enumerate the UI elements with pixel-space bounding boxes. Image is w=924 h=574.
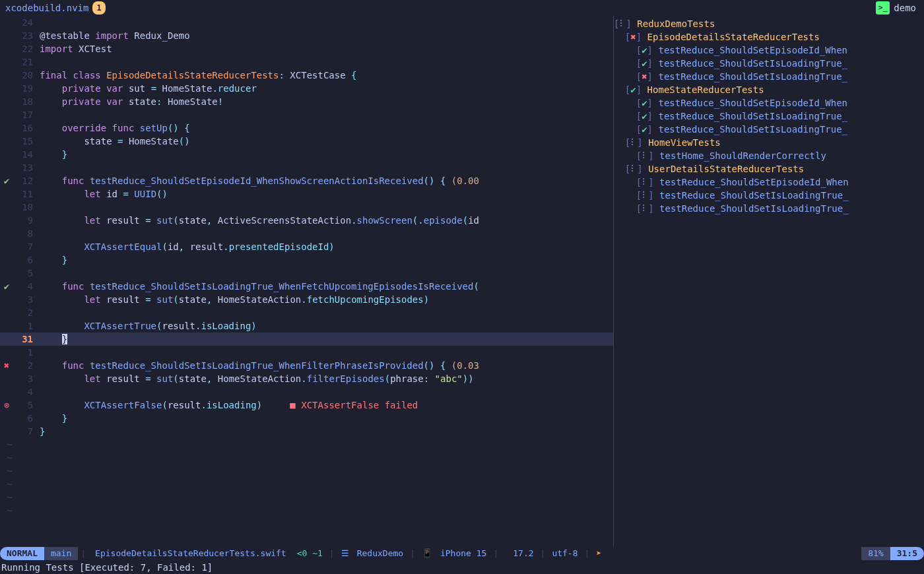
line-number: 8 [13,227,40,240]
code-line[interactable]: 15 state = HomeState() [0,135,613,148]
sign-column [0,121,13,135]
code-text[interactable]: import XCTest [40,42,613,55]
code-text[interactable] [40,55,613,69]
sign-column [0,412,13,425]
code-line[interactable]: 11 let id = UUID() [0,187,613,201]
code-text[interactable]: XCTAssertTrue(result.isLoading) [40,319,613,333]
code-line[interactable]: 7 XCTAssertEqual(id, result.presentedEpi… [0,240,613,253]
code-text[interactable]: func testReduce_ShouldSetIsLoadingTrue_W… [40,359,613,372]
line-number: 23 [13,29,40,42]
code-line[interactable]: ✔12 func testReduce_ShouldSetEpisodeId_W… [0,174,613,187]
test-tree-item[interactable]: [✔] testReduce_ShouldSetIsLoadingTrue_ [614,57,924,70]
code-text[interactable]: } [40,253,613,267]
code-text[interactable]: } [40,412,613,425]
code-line[interactable]: 13 [0,161,613,174]
tabbar: xcodebuild.nvim 1 >_ demo [0,0,924,16]
code-line[interactable]: 20final class EpisodeDetailsStateReducer… [0,69,613,82]
code-line[interactable]: ✔4 func testReduce_ShouldSetIsLoadingTru… [0,280,613,293]
test-tree-item[interactable]: [⠇] testReduce_ShouldSetIsLoadingTrue_ [614,189,924,202]
code-line[interactable]: 17 [0,108,613,121]
code-line[interactable]: 16 override func setUp() { [0,121,613,135]
swift-icon: ➤ [592,547,605,560]
code-text[interactable] [40,108,613,121]
test-tree-item[interactable]: [✔] testReduce_ShouldSetEpisodeId_When [614,96,924,110]
right-tab[interactable]: >_ demo [876,1,924,15]
code-text[interactable]: private var sut = HomeState.reducer [40,82,613,95]
code-line[interactable]: 7} [0,425,613,438]
code-line[interactable]: 22import XCTest [0,42,613,55]
test-tree-item[interactable]: [✖] EpisodeDetailsStateReducerTests [614,30,924,44]
code-line[interactable]: 23@testable import Redux_Demo [0,29,613,42]
code-line[interactable]: 4 [0,385,613,399]
code-text[interactable]: @testable import Redux_Demo [40,29,613,42]
test-tree-item[interactable]: [✔] testReduce_ShouldSetEpisodeId_When [614,44,924,57]
line-number: 15 [13,135,40,148]
code-line[interactable]: ⊗5 XCTAssertFalse(result.isLoading) ■ XC… [0,399,613,412]
code-line[interactable]: 6 } [0,412,613,425]
code-text[interactable]: let result = sut(state, HomeStateAction.… [40,293,613,306]
code-lines[interactable]: 2423@testable import Redux_Demo22import … [0,16,613,546]
test-tree-item[interactable]: [✔] HomeStateReducerTests [614,83,924,96]
code-text[interactable] [40,385,613,399]
code-line[interactable]: ✖2 func testReduce_ShouldSetIsLoadingTru… [0,359,613,372]
code-text[interactable]: state = HomeState() [40,135,613,148]
code-text[interactable]: } [40,333,613,346]
code-line[interactable]: 1 XCTAssertTrue(result.isLoading) [0,319,613,333]
code-text[interactable] [40,227,613,240]
test-tree-item[interactable]: [✖] testReduce_ShouldSetIsLoadingTrue_ [614,70,924,83]
test-tree-item[interactable]: [✔] testReduce_ShouldSetIsLoadingTrue_ [614,123,924,136]
line-number: 13 [13,161,40,174]
code-line[interactable]: 1 [0,346,613,359]
code-line[interactable]: 14 } [0,148,613,161]
code-line[interactable]: 3 let result = sut(state, HomeStateActio… [0,293,613,306]
code-text[interactable]: let result = sut(state, HomeStateAction.… [40,372,613,385]
sign-column [0,82,13,95]
code-text[interactable] [40,16,613,29]
code-text[interactable] [40,161,613,174]
code-text[interactable]: } [40,425,613,438]
test-tree-item[interactable]: [✔] testReduce_ShouldSetIsLoadingTrue_ [614,110,924,123]
test-explorer-pane[interactable]: [⠇] ReduxDemoTests [✖] EpisodeDetailsSta… [614,16,924,546]
line-number: 1 [13,346,40,359]
code-line[interactable]: 10 [0,201,613,214]
code-text[interactable] [40,267,613,280]
code-line[interactable]: 6 } [0,253,613,267]
code-text[interactable]: } [40,148,613,161]
code-line[interactable]: 8 [0,227,613,240]
editor-pane[interactable]: 2423@testable import Redux_Demo22import … [0,16,614,546]
test-tree-item[interactable]: [⠇] testReduce_ShouldSetIsLoadingTrue_ [614,202,924,215]
code-text[interactable]: let id = UUID() [40,187,613,201]
sign-column [0,108,13,121]
code-text[interactable]: func testReduce_ShouldSetIsLoadingTrue_W… [40,280,613,293]
code-line[interactable]: 31 } [0,333,613,346]
git-segment: main [44,547,78,560]
code-line[interactable]: 21 [0,55,613,69]
code-line[interactable]: 19 private var sut = HomeState.reducer [0,82,613,95]
code-text[interactable]: XCTAssertEqual(id, result.presentedEpiso… [40,240,613,253]
code-line[interactable]: 9 let result = sut(state, ActiveScreensS… [0,214,613,227]
code-text[interactable] [40,346,613,359]
sign-column [0,29,13,42]
code-text[interactable]: final class EpisodeDetailsStateReducerTe… [40,69,613,82]
buffer-tab[interactable]: xcodebuild.nvim 1 [5,1,106,15]
code-text[interactable]: private var state: HomeState! [40,95,613,108]
code-line[interactable]: 18 private var state: HomeState! [0,95,613,108]
diagnostics-segment: <0 ~1 [293,547,327,560]
code-line[interactable]: 5 [0,267,613,280]
test-tree-item[interactable]: [⠇] ReduxDemoTests [614,17,924,30]
code-text[interactable]: override func setUp() { [40,121,613,135]
test-tree-item[interactable]: [⠇] UserDetailsStateReducerTests [614,162,924,175]
sign-column [0,385,13,399]
test-tree-item[interactable]: [⠇] testHome_ShouldRenderCorrectly [614,149,924,162]
test-tree-item[interactable]: [⠇] testReduce_ShouldSetEpisodeId_When [614,175,924,189]
code-text[interactable] [40,201,613,214]
line-number: 10 [13,201,40,214]
test-tree-item[interactable]: [⠇] HomeViewTests [614,136,924,149]
code-text[interactable]: XCTAssertFalse(result.isLoading) ■ XCTAs… [40,399,613,412]
code-line[interactable]: 3 let result = sut(state, HomeStateActio… [0,372,613,385]
code-text[interactable]: func testReduce_ShouldSetEpisodeId_WhenS… [40,174,613,187]
code-line[interactable]: 24 [0,16,613,29]
code-text[interactable] [40,306,613,319]
code-line[interactable]: 2 [0,306,613,319]
code-text[interactable]: let result = sut(state, ActiveScreensSta… [40,214,613,227]
